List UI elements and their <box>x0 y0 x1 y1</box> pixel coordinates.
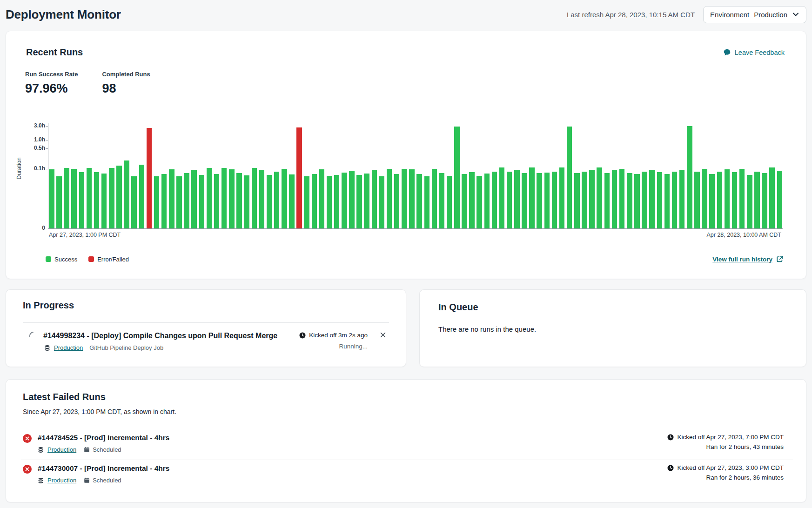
in-progress-card: In Progress #144998234 - [Deploy] Compil… <box>6 289 406 367</box>
chart-bar-success <box>619 169 625 228</box>
y-tick-label: 0 <box>19 225 45 231</box>
dismiss-run-button[interactable] <box>379 331 387 341</box>
chart-bar-success <box>124 160 129 228</box>
legend-item-success[interactable]: Success <box>46 256 77 263</box>
chart-bar-success <box>267 175 272 228</box>
chart-bar-success <box>649 170 655 228</box>
in-progress-title: In Progress <box>23 300 74 311</box>
legend-swatch <box>46 256 51 262</box>
chart-bar-success <box>499 167 505 228</box>
chart-bar-success <box>754 172 760 228</box>
chart-bar-success <box>492 172 497 228</box>
chart-bar-success <box>87 168 92 228</box>
chart-bar-success <box>747 175 752 228</box>
chart-bar-success <box>409 169 415 228</box>
chevron-down-icon <box>792 11 799 18</box>
chart-bar-success <box>116 166 122 228</box>
chart-bar-success <box>544 173 550 228</box>
kicked-off-text: Kicked off Apr 27, 2023, 7:00 PM CDT <box>677 434 784 441</box>
chart-bar-success <box>439 173 445 228</box>
schedule-label: Scheduled <box>93 477 121 484</box>
chart-bar-success <box>199 175 205 228</box>
chart-bar-success <box>694 172 700 228</box>
chart-bar-success <box>229 169 235 228</box>
environment-link[interactable]: Production <box>47 477 76 484</box>
chart-bar-success <box>642 172 647 228</box>
chart-bar-success <box>402 169 407 228</box>
legend-label: Error/Failed <box>97 256 129 263</box>
chart-bar-success <box>312 174 317 228</box>
chart-bar-success <box>394 174 400 228</box>
chart-bar-success <box>612 170 617 228</box>
chart-bar-success <box>476 176 482 228</box>
chart-bar-success <box>777 171 783 228</box>
chart-bar-success <box>769 167 775 228</box>
ran-for-text: Ran for 2 hours, 36 minutes <box>667 474 784 481</box>
last-refresh-text: Last refresh Apr 28, 2023, 10:15 AM CDT <box>567 11 695 19</box>
schedule-label: Scheduled <box>93 446 121 453</box>
chart-bar-success <box>342 173 347 228</box>
latest-failed-runs-subtitle: Since Apr 27, 2023, 1:00 PM CDT, as show… <box>23 408 176 415</box>
y-tick-label: 1.0h <box>19 136 45 143</box>
chart-bar-success <box>161 174 167 228</box>
chart-bar-success <box>349 171 355 228</box>
chart-bar-success <box>327 176 332 228</box>
chart-bar-success <box>454 127 460 228</box>
y-tick-label: 0.5h <box>19 145 45 151</box>
chart-bar-success <box>582 172 587 228</box>
chart-bars <box>49 31 784 228</box>
chart-bar-success <box>259 170 265 228</box>
chart-bar-success <box>739 169 745 228</box>
chart-bar-success <box>274 172 280 228</box>
ran-for-text: Ran for 2 hours, 43 minutes <box>667 443 784 450</box>
chart-bar-success <box>372 170 377 228</box>
chart-bar-success <box>221 168 227 228</box>
chart-bar-success <box>717 172 723 228</box>
divider <box>23 322 389 323</box>
chart-bar-success <box>71 169 77 228</box>
view-full-run-history-link[interactable]: View full run history <box>712 255 784 263</box>
chart-bar-success <box>252 168 257 228</box>
database-icon <box>44 345 50 351</box>
divider <box>21 460 793 460</box>
chart-bar-success <box>732 172 738 228</box>
failed-run-row: #144784525 - [Prod] Incremental - 4hrs P… <box>23 434 784 453</box>
in-progress-run-title: #144998234 - [Deploy] Compile Changes up… <box>43 332 277 340</box>
view-full-run-history-label: View full run history <box>712 256 772 263</box>
chart-bar-success <box>214 174 220 228</box>
chart-bar-success <box>424 176 430 228</box>
environment-link[interactable]: Production <box>54 344 83 351</box>
chart-bar-success <box>567 127 572 228</box>
chart-bar-success <box>597 167 602 228</box>
close-icon <box>380 332 386 338</box>
latest-failed-runs-card: Latest Failed Runs Since Apr 27, 2023, 1… <box>6 379 806 502</box>
chart-bar-success <box>109 168 114 228</box>
failed-status-icon <box>23 434 32 443</box>
chart-bar-success <box>64 168 69 228</box>
legend-label: Success <box>54 256 77 263</box>
environment-selector[interactable]: Environment Production <box>703 6 806 23</box>
chart-bar-success <box>672 172 678 228</box>
chart-bar-success <box>334 175 340 228</box>
queue-empty-message: There are no runs in the queue. <box>438 325 536 333</box>
chart-bar-success <box>447 176 452 228</box>
chart-bar-success <box>709 174 715 228</box>
header-right: Last refresh Apr 28, 2023, 10:15 AM CDT … <box>567 6 806 23</box>
chart-bar-success <box>207 168 212 228</box>
legend-swatch <box>88 256 94 262</box>
chart-bar-success <box>664 174 670 228</box>
chart-bar-success <box>634 174 640 228</box>
chart-bar-success <box>559 167 565 228</box>
x-axis-start-label: Apr 27, 2023, 1:00 PM CDT <box>49 232 121 238</box>
chart-bar-success <box>432 169 437 228</box>
kicked-off-text: Kicked off 3m 2s ago <box>309 332 368 339</box>
chart-bar-success <box>387 169 392 228</box>
failed-run-title: #144784525 - [Prod] Incremental - 4hrs <box>38 434 661 442</box>
legend-item-error-failed[interactable]: Error/Failed <box>88 256 129 263</box>
chart-bar-success <box>604 173 610 228</box>
chart-bar-failed <box>296 127 302 228</box>
chart-bar-success <box>184 173 189 228</box>
chart-bar-success <box>484 174 490 228</box>
chart-bar-success <box>139 165 145 228</box>
environment-link[interactable]: Production <box>47 446 76 453</box>
